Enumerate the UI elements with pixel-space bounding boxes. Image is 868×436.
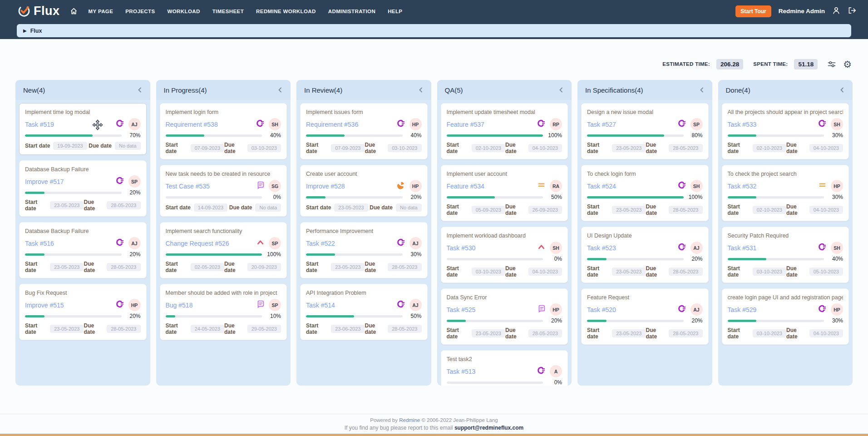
assignee-avatar[interactable]: AJ [128, 118, 141, 130]
start-date-value[interactable]: 23-06-2023 [331, 325, 365, 333]
start-date-value[interactable]: 02-10-2023 [472, 144, 505, 152]
assignee-avatar[interactable]: HP [550, 303, 562, 316]
start-date-value[interactable]: 07-09-2023 [191, 144, 224, 152]
issue-card[interactable]: create login page UI and add registratio… [722, 288, 849, 345]
nav-item-help[interactable]: HELP [388, 9, 402, 14]
progress-bar[interactable] [306, 315, 403, 317]
issue-link[interactable]: Task #527 [587, 121, 616, 128]
progress-bar[interactable] [587, 134, 684, 137]
user-profile-icon[interactable] [832, 6, 840, 16]
flux-logo[interactable]: Flux [17, 4, 60, 19]
issue-card[interactable]: New task needs to be created in resource… [160, 165, 287, 217]
issue-link[interactable]: Task #533 [728, 121, 757, 128]
issue-card[interactable]: Implement user accountFeature #534 RA50%… [441, 165, 568, 221]
assignee-avatar[interactable]: RA [550, 180, 562, 192]
assignee-avatar[interactable]: AJ [128, 237, 141, 249]
issue-link[interactable]: Task #523 [587, 244, 616, 252]
redmine-link[interactable]: Redmine [399, 417, 420, 423]
assignee-avatar[interactable]: SH [269, 118, 281, 130]
due-date-value[interactable]: 04-10-2023 [809, 206, 843, 214]
progress-bar[interactable] [306, 134, 403, 137]
due-date-value[interactable]: 29-05-2023 [247, 325, 281, 333]
issue-link[interactable]: Change Request #526 [166, 240, 229, 247]
progress-bar[interactable] [447, 134, 543, 137]
start-date-value[interactable]: 23-05-2023 [50, 201, 84, 209]
issue-link[interactable]: Task #525 [447, 306, 476, 313]
start-date-value[interactable]: 23-05-2023 [612, 329, 646, 337]
assignee-avatar[interactable]: AJ [409, 299, 422, 311]
issue-link[interactable]: Test Case #535 [166, 183, 210, 190]
assignee-avatar[interactable]: SP [128, 175, 141, 188]
assignee-avatar[interactable]: SP [690, 118, 703, 130]
due-date-value[interactable]: 04-10-2023 [809, 329, 843, 337]
assignee-avatar[interactable]: SH [831, 118, 843, 130]
due-date-value[interactable]: 04-10-2023 [528, 144, 562, 152]
nav-item-my-page[interactable]: MY PAGE [89, 9, 113, 14]
issue-card[interactable]: Implement search functionalityChange Req… [160, 222, 287, 278]
start-date-value[interactable]: 03-10-2023 [472, 268, 505, 276]
progress-bar[interactable] [25, 315, 122, 317]
due-date-value[interactable]: 28-05-2023 [669, 206, 702, 214]
issue-link[interactable]: Task #529 [728, 306, 757, 313]
support-email-link[interactable]: support@redmineflux.com [454, 425, 523, 431]
issue-link[interactable]: Improve #515 [25, 302, 64, 309]
assignee-avatar[interactable]: SP [269, 237, 281, 249]
nav-item-projects[interactable]: PROJECTS [125, 9, 155, 14]
progress-bar[interactable] [728, 258, 824, 260]
issue-card[interactable]: Implement time log modalTask #519 AJ70%S… [19, 103, 147, 155]
due-date-value[interactable]: 20-09-2023 [247, 263, 281, 271]
due-date-value[interactable]: 28-05-2023 [528, 329, 562, 337]
start-date-value[interactable]: 02-10-2023 [753, 144, 786, 152]
column-collapse-icon[interactable] [839, 87, 845, 93]
due-date-value[interactable]: 28-05-2023 [388, 325, 421, 333]
due-date-value[interactable]: 05-10-2023 [809, 268, 843, 276]
issue-card[interactable]: Performance ImprovementTask #522 AJ30%St… [300, 222, 428, 278]
issue-link[interactable]: Improve #528 [306, 183, 345, 190]
column-collapse-icon[interactable] [277, 87, 283, 93]
assignee-avatar[interactable]: AJ [690, 242, 703, 254]
assignee-avatar[interactable]: A [550, 365, 562, 377]
progress-bar[interactable] [166, 315, 262, 317]
issue-card[interactable]: Design a new issue modalTask #527 SP80%S… [581, 103, 709, 159]
start-date-value[interactable]: 19-09-2023 [53, 142, 87, 150]
issue-link[interactable]: Task #530 [447, 244, 476, 252]
start-date-value[interactable]: 02-05-2023 [191, 263, 224, 271]
nav-item-workload[interactable]: WORKLOAD [167, 9, 200, 14]
issue-card[interactable]: Implement issues formRequirement #536 HP… [300, 103, 428, 159]
nav-item-timesheet[interactable]: TIMESHEET [212, 9, 244, 14]
progress-bar[interactable] [587, 258, 684, 260]
issue-card[interactable]: Implement update timesheet modalFeature … [441, 103, 568, 159]
progress-bar[interactable] [447, 382, 543, 384]
issue-link[interactable]: Feature #534 [447, 183, 484, 190]
start-date-value[interactable]: 23-05-2023 [50, 263, 84, 271]
due-date-value[interactable]: 03-10-2023 [247, 144, 281, 152]
issue-card[interactable]: Database Backup FailureImprove #517 SP20… [19, 160, 147, 217]
issue-link[interactable]: Task #531 [728, 244, 757, 252]
issue-card[interactable]: Data Sync ErrorTask #525 HP20%Start date… [441, 288, 568, 345]
start-date-value[interactable]: 24-05-2023 [191, 325, 224, 333]
logout-icon[interactable] [848, 6, 856, 16]
logged-in-user[interactable]: Redmine Admin [779, 8, 825, 15]
assignee-avatar[interactable]: HP [409, 118, 422, 130]
column-collapse-icon[interactable] [418, 87, 424, 93]
due-date-value[interactable]: No data [255, 203, 281, 212]
due-date-value[interactable]: 28-05-2023 [669, 144, 702, 152]
progress-bar[interactable] [447, 196, 543, 198]
start-date-value[interactable]: 03-10-2023 [753, 329, 786, 337]
start-date-value[interactable]: 23-05-2023 [334, 203, 368, 212]
assignee-avatar[interactable]: HP [831, 180, 843, 192]
progress-bar[interactable] [447, 320, 543, 322]
column-collapse-icon[interactable] [137, 87, 143, 93]
start-date-value[interactable]: 03-10-2023 [753, 268, 786, 276]
due-date-value[interactable]: 28-05-2023 [107, 263, 140, 271]
issue-card[interactable]: Feature RequestTask #520 AJ20%Start date… [581, 288, 709, 345]
assignee-avatar[interactable]: RP [550, 118, 562, 130]
due-date-value[interactable]: 28-05-2023 [669, 329, 702, 337]
nav-item-redmine-workload[interactable]: REDMINE WORKLOAD [256, 9, 316, 14]
issue-card[interactable]: Test task2Task #513 A0%Start date23-05-2… [441, 350, 568, 386]
due-date-value[interactable]: 28-05-2023 [107, 201, 140, 209]
column-collapse-icon[interactable] [558, 87, 564, 93]
issue-card[interactable]: Bug Fix RequestImprove #515 HP20%Start d… [19, 284, 147, 340]
start-date-value[interactable]: 23-05-2023 [331, 263, 365, 271]
progress-bar[interactable] [447, 258, 543, 260]
